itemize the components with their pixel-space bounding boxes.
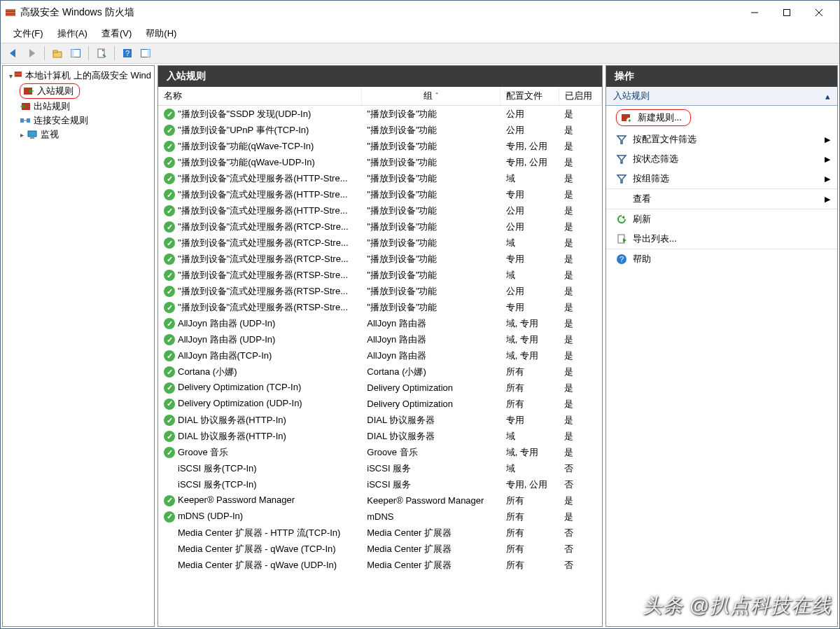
- tree-monitoring[interactable]: ▸ 监视: [3, 127, 154, 141]
- firewall-icon: [5, 7, 16, 18]
- table-row[interactable]: ✓"播放到设备"流式处理服务器(HTTP-Stre..."播放到设备"功能域是: [158, 170, 602, 186]
- menu-view[interactable]: 查看(V): [94, 25, 139, 42]
- svg-marker-9: [29, 49, 35, 57]
- tree-root[interactable]: ▾ 本地计算机 上的高级安全 Wind: [3, 69, 154, 83]
- minimize-button[interactable]: [738, 2, 771, 23]
- rule-enabled: 是: [559, 235, 601, 251]
- svg-marker-36: [617, 175, 626, 183]
- table-row[interactable]: ✓"播放到设备"流式处理服务器(RTCP-Stre..."播放到设备"功能公用是: [158, 219, 602, 235]
- help-button[interactable]: ?: [119, 45, 136, 62]
- export-list-button[interactable]: [93, 45, 110, 62]
- action-filter-state[interactable]: 按状态筛选 ▶: [606, 149, 837, 169]
- svg-rect-29: [28, 131, 36, 137]
- collapse-icon[interactable]: ▴: [825, 91, 830, 102]
- rule-enabled-icon: ✓: [164, 334, 175, 345]
- action-help[interactable]: ? 帮助: [606, 249, 837, 269]
- nav-back-button[interactable]: [5, 45, 22, 62]
- table-row[interactable]: ✓mDNS (UDP-In)mDNS所有是: [158, 509, 602, 525]
- table-row[interactable]: ✓Groove 音乐Groove 音乐域, 专用是: [158, 444, 602, 460]
- action-view[interactable]: 查看 ▶: [606, 188, 837, 209]
- column-header-enabled[interactable]: 已启用: [559, 87, 601, 106]
- action-filter-group[interactable]: 按组筛选 ▶: [606, 169, 837, 188]
- table-row[interactable]: ✓"播放到设备"流式处理服务器(RTCP-Stre..."播放到设备"功能专用是: [158, 251, 602, 267]
- refresh-icon: [616, 214, 627, 225]
- rule-name: Keeper® Password Manager: [178, 495, 295, 505]
- rule-name: Media Center 扩展器 - qWave (TCP-In): [178, 544, 336, 554]
- column-header-group[interactable]: 组ˆ: [361, 87, 500, 106]
- svg-text:?: ?: [125, 49, 130, 57]
- table-row[interactable]: ✓"播放到设备"流式处理服务器(HTTP-Stre..."播放到设备"功能专用是: [158, 186, 602, 202]
- menu-help[interactable]: 帮助(H): [139, 25, 183, 42]
- table-row[interactable]: ✓Cortana (小娜)Cortana (小娜)所有是: [158, 364, 602, 380]
- show-hide-action-button[interactable]: [137, 45, 154, 62]
- table-row[interactable]: ✓DIAL 协议服务器(HTTP-In)DIAL 协议服务器专用是: [158, 412, 602, 428]
- action-section-label: 入站规则: [613, 90, 650, 102]
- rule-profile: 所有: [500, 509, 559, 525]
- menu-file[interactable]: 文件(F): [6, 25, 50, 42]
- rule-enabled-icon: ✓: [164, 382, 175, 394]
- table-row[interactable]: ✓"播放到设备"流式处理服务器(RTSP-Stre..."播放到设备"功能专用是: [158, 299, 602, 315]
- rule-profile: 域: [500, 267, 559, 283]
- tree-pane: ▾ 本地计算机 上的高级安全 Wind 入站规则 出站规则: [2, 65, 155, 627]
- action-refresh[interactable]: 刷新: [606, 209, 837, 229]
- maximize-button[interactable]: [771, 2, 803, 23]
- table-row[interactable]: ✓Delivery Optimization (TCP-In)Delivery …: [158, 380, 602, 396]
- rule-group: Media Center 扩展器: [361, 541, 500, 557]
- table-row[interactable]: ✓"播放到设备"SSDP 发现(UDP-In)"播放到设备"功能公用是: [158, 106, 602, 123]
- table-row[interactable]: ✓"播放到设备"流式处理服务器(RTSP-Stre..."播放到设备"功能域是: [158, 267, 602, 283]
- table-row[interactable]: ✓AllJoyn 路由器 (UDP-In)AllJoyn 路由器域, 专用是: [158, 315, 602, 331]
- table-row[interactable]: ✓"播放到设备"流式处理服务器(RTCP-Stre..."播放到设备"功能域是: [158, 235, 602, 251]
- rules-horizontal-scrollbar[interactable]: [158, 614, 602, 626]
- rule-enabled-icon: ✓: [164, 237, 175, 249]
- svg-rect-13: [71, 50, 74, 57]
- svg-rect-1: [6, 9, 15, 11]
- rule-group: Keeper® Password Manager: [361, 492, 500, 509]
- rule-enabled: 否: [559, 476, 601, 492]
- table-row[interactable]: iSCSI 服务(TCP-In)iSCSI 服务域否: [158, 460, 602, 476]
- up-button[interactable]: [49, 45, 66, 62]
- nav-forward-button[interactable]: [23, 45, 40, 62]
- tree-horizontal-scrollbar[interactable]: [3, 614, 154, 626]
- table-row[interactable]: Media Center 扩展器 - qWave (UDP-In)Media C…: [158, 557, 602, 573]
- table-row[interactable]: ✓"播放到设备"功能(qWave-TCP-In)"播放到设备"功能专用, 公用是: [158, 138, 602, 154]
- menu-action[interactable]: 操作(A): [50, 25, 94, 42]
- tree-outbound-rules[interactable]: 出站规则: [3, 99, 154, 113]
- show-hide-tree-button[interactable]: [67, 45, 84, 62]
- action-section-header: 入站规则 ▴: [606, 87, 837, 106]
- close-button[interactable]: [803, 2, 835, 23]
- table-row[interactable]: ✓Keeper® Password ManagerKeeper® Passwor…: [158, 492, 602, 509]
- action-export[interactable]: 导出列表...: [606, 229, 837, 249]
- table-row[interactable]: ✓AllJoyn 路由器 (UDP-In)AllJoyn 路由器域, 专用是: [158, 331, 602, 347]
- rule-enabled-icon: ✓: [164, 366, 175, 378]
- rule-enabled: 否: [559, 541, 601, 557]
- rule-enabled-icon: ✓: [164, 511, 175, 523]
- sort-asc-icon: ˆ: [435, 92, 438, 100]
- table-row[interactable]: iSCSI 服务(TCP-In)iSCSI 服务专用, 公用否: [158, 476, 602, 492]
- table-row[interactable]: ✓AllJoyn 路由器(TCP-In)AllJoyn 路由器域, 专用是: [158, 347, 602, 364]
- rule-name: AllJoyn 路由器 (UDP-In): [178, 334, 275, 345]
- table-row[interactable]: ✓"播放到设备"流式处理服务器(RTSP-Stre..."播放到设备"功能公用是: [158, 283, 602, 299]
- tree-inbound-rules[interactable]: 入站规则: [3, 83, 154, 99]
- table-row[interactable]: ✓DIAL 协议服务器(HTTP-In)DIAL 协议服务器域是: [158, 428, 602, 444]
- table-row[interactable]: Media Center 扩展器 - HTTP 流(TCP-In)Media C…: [158, 525, 602, 541]
- filter-icon: [616, 153, 627, 165]
- rules-list[interactable]: 名称 组ˆ 配置文件 已启用 ✓"播放到设备"SSDP 发现(UDP-In)"播…: [158, 87, 602, 614]
- table-row[interactable]: ✓"播放到设备"流式处理服务器(HTTP-Stre..."播放到设备"功能公用是: [158, 202, 602, 219]
- rule-group: Media Center 扩展器: [361, 557, 500, 573]
- rule-group: Media Center 扩展器: [361, 525, 500, 541]
- rule-enabled: 是: [559, 380, 601, 396]
- action-filter-profile[interactable]: 按配置文件筛选 ▶: [606, 130, 837, 149]
- table-row[interactable]: Media Center 扩展器 - qWave (TCP-In)Media C…: [158, 541, 602, 557]
- tree-connection-security[interactable]: 连接安全规则: [3, 113, 154, 127]
- rule-profile: 域: [500, 170, 559, 186]
- action-new-rule[interactable]: ✦ 新建规则...: [606, 106, 837, 130]
- table-row[interactable]: ✓Delivery Optimization (UDP-In)Delivery …: [158, 396, 602, 412]
- rule-group: Delivery Optimization: [361, 380, 500, 396]
- rule-name: "播放到设备"功能(qWave-TCP-In): [178, 141, 314, 151]
- table-row[interactable]: ✓"播放到设备"UPnP 事件(TCP-In)"播放到设备"功能公用是: [158, 122, 602, 138]
- column-header-name[interactable]: 名称: [158, 87, 361, 106]
- rule-enabled: 是: [559, 509, 601, 525]
- table-row[interactable]: ✓"播放到设备"功能(qWave-UDP-In)"播放到设备"功能专用, 公用是: [158, 154, 602, 170]
- column-header-profile[interactable]: 配置文件: [500, 87, 559, 106]
- rule-group: "播放到设备"功能: [361, 170, 500, 186]
